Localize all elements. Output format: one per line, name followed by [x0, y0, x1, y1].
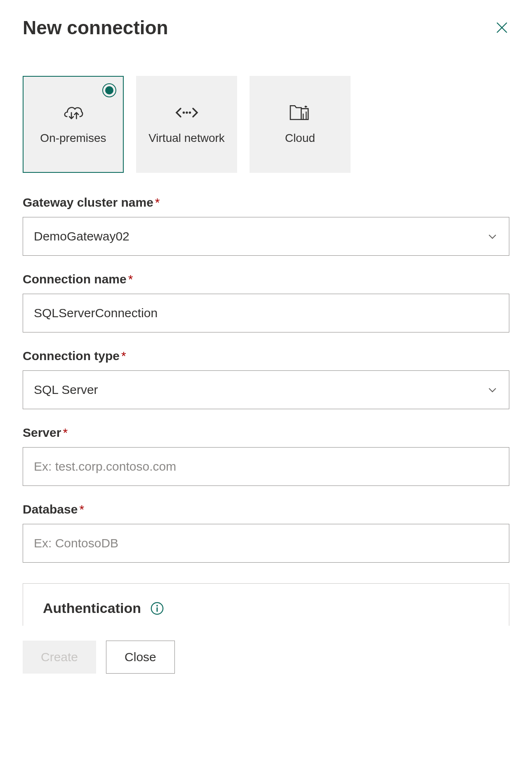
gateway-label: Gateway cluster name*: [23, 196, 509, 210]
card-cloud[interactable]: Cloud: [250, 76, 351, 173]
card-label: On-premises: [40, 131, 106, 145]
connection-name-input[interactable]: [23, 294, 509, 332]
create-button[interactable]: Create: [23, 641, 96, 674]
radio-selected-icon: [102, 83, 116, 97]
connection-type-value: SQL Server: [34, 383, 98, 397]
svg-point-2: [182, 111, 185, 114]
close-button[interactable]: Close: [106, 641, 175, 674]
required-marker: *: [155, 196, 160, 209]
card-label: Cloud: [285, 131, 315, 145]
required-marker: *: [121, 349, 126, 363]
svg-point-4: [188, 111, 191, 114]
svg-point-3: [186, 111, 188, 114]
server-label: Server*: [23, 426, 509, 440]
required-marker: *: [128, 272, 133, 286]
required-marker: *: [63, 426, 68, 439]
virtual-network-icon: [174, 104, 199, 122]
svg-point-5: [304, 106, 306, 108]
chevron-down-icon: [487, 384, 498, 396]
server-input[interactable]: [23, 447, 509, 486]
close-icon[interactable]: [494, 20, 509, 35]
gateway-value: DemoGateway02: [34, 229, 129, 243]
card-virtual-network[interactable]: Virtual network: [136, 76, 237, 173]
authentication-title: Authentication: [43, 600, 141, 616]
connection-type-select[interactable]: SQL Server: [23, 370, 509, 409]
card-on-premises[interactable]: On-premises: [23, 76, 124, 173]
required-marker: *: [79, 502, 84, 516]
card-label: Virtual network: [148, 131, 225, 145]
database-label: Database*: [23, 502, 509, 516]
chevron-down-icon: [487, 231, 498, 242]
connection-type-label: Connection type*: [23, 349, 509, 363]
info-icon[interactable]: [150, 601, 164, 615]
cloud-folder-icon: [288, 104, 313, 122]
page-title: New connection: [23, 16, 168, 39]
cloud-sync-icon: [61, 104, 86, 122]
connection-name-label: Connection name*: [23, 272, 509, 286]
database-input[interactable]: [23, 524, 509, 563]
authentication-section: Authentication: [23, 583, 509, 626]
connection-type-cards: On-premises Virtual network Cloud: [23, 76, 509, 173]
gateway-select[interactable]: DemoGateway02: [23, 217, 509, 256]
